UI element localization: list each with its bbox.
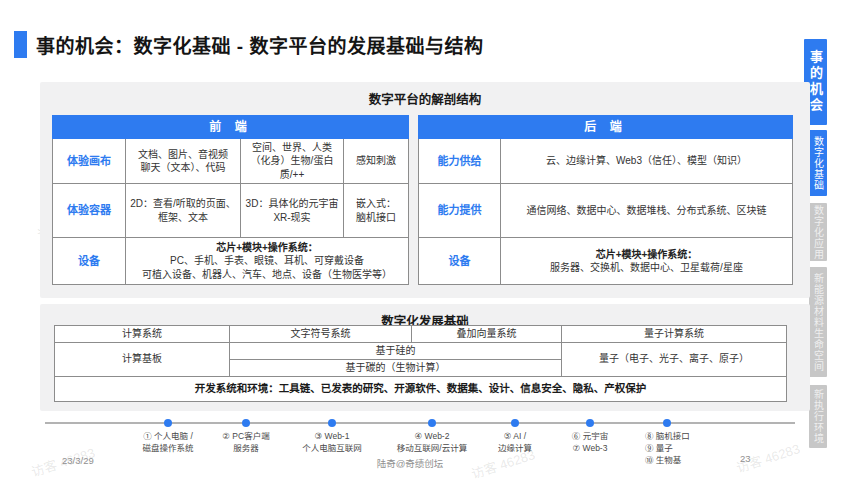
back-end-table: 后 端 能力供给 云、边缘计算、Web3（信任）、模型（知识） 能力提供 通信网… xyxy=(418,115,793,285)
anatomy-panel: 数字平台的解剖结构 前 端 体验画布 文档、图片、音视频 聊天（文本）、代码 空… xyxy=(40,82,810,298)
slide-canvas: 访客 46283 访客 46283 访客 46283 访客 46283 访客 4… xyxy=(0,0,853,489)
table-cell: 叠加向量系统 xyxy=(412,326,562,343)
cell-bold-line: 芯片+模块+操作系统： xyxy=(596,249,698,260)
table-row: 设备 芯片+模块+操作系统： 服务器、交换机、数据中心、卫星载荷/星座 xyxy=(419,238,793,285)
table-cell: 芯片+模块+操作系统： 服务器、交换机、数据中心、卫星载荷/星座 xyxy=(501,238,793,285)
footer-date: 23/3/29 xyxy=(62,455,94,466)
back-end-header: 后 端 xyxy=(419,116,793,139)
table-cell: 嵌入式： 脑机接口 xyxy=(344,184,409,238)
timeline-label-4: ④ Web-2 移动互联网/云计算 xyxy=(397,431,467,455)
table-cell: 3D：具体化的元宇宙 XR-现实 xyxy=(241,184,344,238)
row-label: 设备 xyxy=(53,238,126,285)
row-label: 设备 xyxy=(419,238,501,285)
timeline-dot xyxy=(242,419,250,427)
cell-line: 可植入设备、机器人、汽车、地点、设备（生物医学等） xyxy=(142,269,392,280)
sidebar-tab-new-energy[interactable]: 新能源材料生命空间 xyxy=(809,267,827,377)
slide-title-row: 事的机会：数字化基础 - 数字平台的发展基础与结构 xyxy=(14,31,483,58)
timeline-line: 个人电脑互联网 xyxy=(302,443,362,453)
cell-line: 聊天（文本）、代码 xyxy=(141,162,226,173)
timeline-label-2: ② PC客户端 服务器 xyxy=(222,431,269,455)
timeline-line: ② PC客户端 xyxy=(222,431,269,441)
row-label: 体验画布 xyxy=(53,139,126,184)
timeline-label-7: ⑧ 脑机接口 ⑨ 量子 ⑩ 生物基 xyxy=(645,431,690,467)
timeline-line: ⑧ 脑机接口 xyxy=(645,431,690,441)
cell-line: 脑机接口 xyxy=(356,212,396,223)
cell-bold-line: 芯片+模块+操作系统： xyxy=(216,242,318,253)
table-row: 计算基板 基于硅的 量子（电子、光子、离子、原子） xyxy=(55,342,787,359)
sidebar-tab-digital-base[interactable]: 数字化基础 xyxy=(809,130,827,196)
timeline-line: ⑤ AI / xyxy=(504,431,526,441)
foundation-panel: 数字化发展基础 计算系统 文字符号系统 叠加向量系统 量子计算系统 计算基板 基… xyxy=(40,304,810,411)
timeline-line: ⑥ 元宇宙 xyxy=(572,431,608,441)
foundation-table: 计算系统 文字符号系统 叠加向量系统 量子计算系统 计算基板 基于硅的 量子（电… xyxy=(54,325,787,402)
table-row: 开发系统和环境：工具链、已发表的研究、开源软件、数据集、设计、信息安全、隐私、产… xyxy=(55,376,787,401)
cell-line: 文档、图片、音视频 xyxy=(138,149,228,160)
timeline-dot xyxy=(586,419,594,427)
table-cell: 量子计算系统 xyxy=(562,326,787,343)
table-row: 体验容器 2D：查看/听取的页面、框架、文本 3D：具体化的元宇宙 XR-现实 … xyxy=(53,184,409,238)
timeline-line: 边缘计算 xyxy=(498,443,532,453)
anatomy-panel-title: 数字平台的解剖结构 xyxy=(40,82,810,108)
table-row: 能力提供 通信网络、数据中心、数据堆栈、分布式系统、区块链 xyxy=(419,184,793,238)
timeline-line: ④ Web-2 xyxy=(415,431,450,441)
timeline-axis xyxy=(45,422,795,424)
timeline-line: ① 个人电脑 / xyxy=(143,431,193,441)
timeline-label-6: ⑥ 元宇宙 ⑦ Web-3 xyxy=(572,431,608,455)
page-title: 事的机会：数字化基础 - 数字平台的发展基础与结构 xyxy=(36,31,483,58)
timeline-dot xyxy=(164,419,172,427)
cell-line: PC、手机、手表、眼镜、耳机、可穿戴设备 xyxy=(170,255,364,266)
table-cell: 云、边缘计算、Web3（信任）、模型（知识） xyxy=(501,139,793,184)
table-cell: 2D：查看/听取的页面、框架、文本 xyxy=(126,184,241,238)
row-label: 能力提供 xyxy=(419,184,501,238)
timeline-line: ③ Web-1 xyxy=(315,431,350,441)
cell-line: 服务器、交换机、数据中心、卫星载荷/星座 xyxy=(550,262,743,273)
table-row: 计算系统 文字符号系统 叠加向量系统 量子计算系统 xyxy=(55,326,787,343)
table-cell: 量子（电子、光子、离子、原子） xyxy=(562,342,787,376)
dev-env-cell: 开发系统和环境：工具链、已发表的研究、开源软件、数据集、设计、信息安全、隐私、产… xyxy=(55,376,787,401)
timeline-line: ⑨ 量子 xyxy=(645,443,673,453)
timeline-line: ⑩ 生物基 xyxy=(645,455,681,465)
table-cell: 通信网络、数据中心、数据堆栈、分布式系统、区块链 xyxy=(501,184,793,238)
title-accent-bar xyxy=(14,31,27,58)
table-cell: 文字符号系统 xyxy=(230,326,412,343)
row-label: 能力供给 xyxy=(419,139,501,184)
row-label: 体验容器 xyxy=(53,184,126,238)
timeline-line: 移动互联网/云计算 xyxy=(397,443,467,453)
timeline-label-5: ⑤ AI / 边缘计算 xyxy=(498,431,532,455)
timeline-line: 磁盘操作系统 xyxy=(142,443,193,453)
table-cell: 基于碳的（生物计算） xyxy=(230,359,562,376)
table-cell: 计算系统 xyxy=(55,326,230,343)
table-row: 设备 芯片+模块+操作系统： PC、手机、手表、眼镜、耳机、可穿戴设备 可植入设… xyxy=(53,238,409,285)
table-cell: 文档、图片、音视频 聊天（文本）、代码 xyxy=(126,139,241,184)
cell-line: 嵌入式： xyxy=(356,198,396,209)
footer-page-number: 23 xyxy=(740,453,751,464)
footer-author: 陆奇@奇绩创坛 xyxy=(330,456,490,470)
table-cell: 基于硅的 xyxy=(230,342,562,359)
table-row: 体验画布 文档、图片、音视频 聊天（文本）、代码 空间、世界、人类（化身）生物/… xyxy=(53,139,409,184)
front-end-table: 前 端 体验画布 文档、图片、音视频 聊天（文本）、代码 空间、世界、人类（化身… xyxy=(52,115,409,285)
front-end-header: 前 端 xyxy=(53,116,409,139)
timeline-dot xyxy=(663,419,671,427)
table-row: 能力供给 云、边缘计算、Web3（信任）、模型（知识） xyxy=(419,139,793,184)
sidebar-tab-new-exec-env[interactable]: 新执行环境 xyxy=(809,385,827,448)
sidebar-tab-digital-apps[interactable]: 数字化应用 xyxy=(809,203,827,261)
timeline-label-3: ③ Web-1 个人电脑互联网 xyxy=(302,431,362,455)
timeline-label-1: ① 个人电脑 / 磁盘操作系统 xyxy=(142,431,193,455)
timeline-line: 服务器 xyxy=(233,443,259,453)
timeline-dot xyxy=(328,419,336,427)
timeline-dot xyxy=(428,419,436,427)
table-cell: 空间、世界、人类（化身）生物/蛋白质/++ xyxy=(241,139,344,184)
table-cell: 计算基板 xyxy=(55,342,230,376)
cell-line: 3D：具体化的元宇宙 xyxy=(246,198,339,209)
cell-line: XR-现实 xyxy=(273,212,310,223)
table-cell: 感知刺激 xyxy=(344,139,409,184)
timeline-dot xyxy=(511,419,519,427)
timeline-line: ⑦ Web-3 xyxy=(573,443,608,453)
table-cell: 芯片+模块+操作系统： PC、手机、手表、眼镜、耳机、可穿戴设备 可植入设备、机… xyxy=(126,238,409,285)
